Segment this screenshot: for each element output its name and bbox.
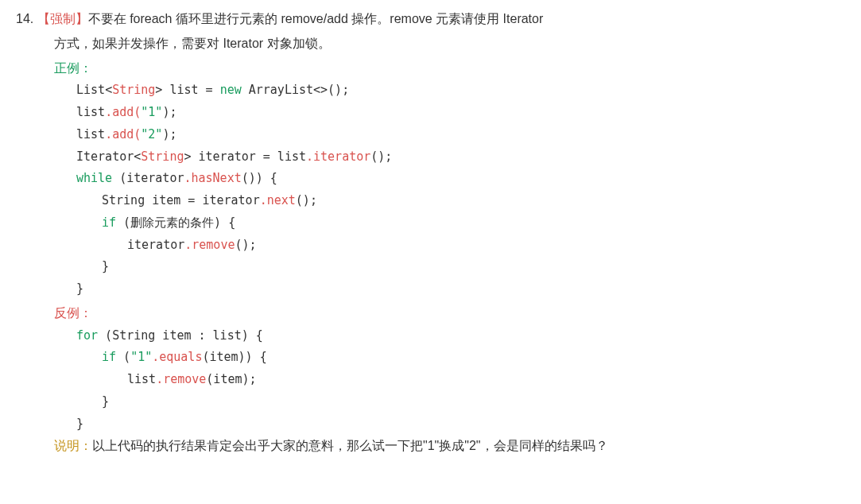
if-keyword: if <box>102 350 116 364</box>
string-literal: "2" <box>141 127 162 142</box>
rule-content: 方式，如果并发操作，需要对 Iterator 对象加锁。 正例： List<St… <box>16 33 845 458</box>
positive-code-block: List<String> list = new ArrayList<>(); l… <box>54 79 845 300</box>
method-call: .add( <box>105 127 141 142</box>
code-line: for (String item : list) { <box>76 325 845 347</box>
while-keyword: while <box>76 171 112 185</box>
type-keyword: String <box>141 149 184 164</box>
item-number: 14. <box>16 12 33 25</box>
explanation-label: 说明： <box>54 439 92 452</box>
rule-text-line1: 不要在 foreach 循环里进行元素的 remove/add 操作。remov… <box>88 12 544 25</box>
explanation-text: 以上代码的执行结果肯定会出乎大家的意料，那么试一下把"1"换成"2"，会是同样的… <box>92 439 608 452</box>
code-line: Iterator<String> iterator = list.iterato… <box>76 146 845 169</box>
method-call: .remove <box>184 238 235 252</box>
code-line: } <box>76 256 845 278</box>
type-keyword: String <box>112 83 155 97</box>
method-call: .equals <box>152 350 202 364</box>
code-line: } <box>76 278 845 300</box>
for-keyword: for <box>76 328 98 343</box>
code-line: String item = iterator.next(); <box>76 190 845 212</box>
code-line: list.add("1"); <box>76 102 845 124</box>
code-line: List<String> list = new ArrayList<>(); <box>76 79 845 102</box>
code-line: if ("1".equals(item)) { <box>76 347 845 369</box>
negative-code-block: for (String item : list) { if ("1".equal… <box>54 325 845 436</box>
code-line: iterator.remove(); <box>76 235 845 257</box>
new-keyword: new <box>220 83 242 97</box>
positive-example-label: 正例： <box>54 57 845 80</box>
string-literal: "1" <box>130 350 152 364</box>
method-call: .remove <box>156 372 206 386</box>
code-line: } <box>76 391 845 413</box>
method-call: .next <box>260 193 296 207</box>
code-line: } <box>76 413 845 436</box>
code-line: list.remove(item); <box>76 369 845 391</box>
rule-text-line2: 方式，如果并发操作，需要对 Iterator 对象加锁。 <box>54 33 845 56</box>
code-line: list.add("2"); <box>76 124 845 146</box>
explanation-line: 说明：以上代码的执行结果肯定会出乎大家的意料，那么试一下把"1"换成"2"，会是… <box>54 435 845 458</box>
string-literal: "1" <box>141 105 162 119</box>
mandatory-tag: 【强制】 <box>37 12 88 25</box>
negative-example-label: 反例： <box>54 302 845 325</box>
method-call: .add( <box>105 105 141 119</box>
code-line: if (删除元素的条件) { <box>76 212 845 235</box>
rule-item: 14. 【强制】不要在 foreach 循环里进行元素的 remove/add … <box>16 8 845 458</box>
code-line: while (iterator.hasNext()) { <box>76 168 845 190</box>
method-call: .hasNext <box>184 171 241 185</box>
rule-heading: 14. 【强制】不要在 foreach 循环里进行元素的 remove/add … <box>16 8 845 31</box>
method-call: .iterator <box>306 149 370 164</box>
if-keyword: if <box>102 215 116 230</box>
